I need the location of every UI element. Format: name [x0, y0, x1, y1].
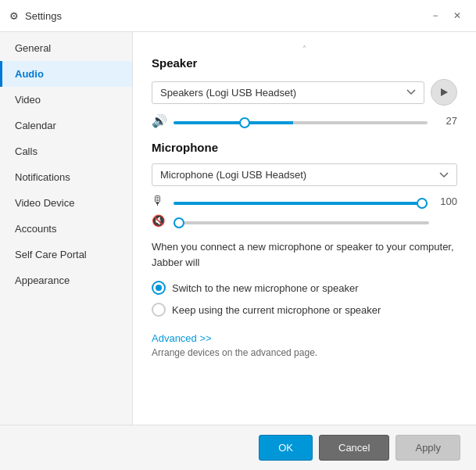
speaker-dropdown-row: Speakers (Logi USB Headset) Default Spea…	[152, 79, 457, 106]
content-area: ˄ Speaker Speakers (Logi USB Headset) De…	[133, 32, 476, 425]
mic-slider-container	[174, 196, 428, 207]
noise-row: 🔇	[152, 214, 457, 227]
radio-keep-circle[interactable]	[152, 303, 166, 317]
sidebar: General Audio Video Calendar Calls Notif…	[0, 32, 133, 425]
sidebar-item-self-care-portal[interactable]: Self Care Portal	[0, 242, 132, 267]
footer: OK Cancel Apply	[0, 425, 476, 470]
cancel-button[interactable]: Cancel	[319, 435, 389, 461]
sidebar-item-calls[interactable]: Calls	[0, 138, 132, 164]
advanced-description: Arrange devices on the advanced page.	[152, 347, 457, 358]
title-bar: ⚙ Settings − ✕	[0, 0, 476, 32]
app-icon: ⚙	[9, 10, 19, 22]
radio-row-keep[interactable]: Keep using the current microphone or spe…	[152, 303, 457, 317]
radio-switch-dot	[156, 285, 162, 291]
microphone-section-title: Microphone	[152, 141, 457, 154]
sidebar-item-audio[interactable]: Audio	[0, 61, 132, 87]
apply-button[interactable]: Apply	[395, 435, 460, 461]
mic-volume-value: 100	[434, 196, 457, 207]
main-container: General Audio Video Calendar Calls Notif…	[0, 32, 476, 425]
noise-slider-container	[174, 215, 457, 227]
sidebar-item-calendar[interactable]: Calendar	[0, 113, 132, 138]
speaker-volume-row: 🔊 27	[152, 113, 457, 128]
speaker-volume-icon: 🔊	[152, 113, 167, 128]
svg-marker-0	[441, 88, 448, 96]
radio-row-switch[interactable]: Switch to the new microphone or speaker	[152, 281, 457, 295]
sidebar-item-general[interactable]: General	[0, 35, 132, 61]
speaker-dropdown[interactable]: Speakers (Logi USB Headset) Default Spea…	[152, 81, 424, 104]
close-button[interactable]: ✕	[448, 6, 467, 25]
speaker-volume-slider[interactable]	[174, 121, 428, 124]
mic-volume-row: 🎙 100	[152, 194, 457, 208]
microphone-dropdown-row: Microphone (Logi USB Headset) Default Mi…	[152, 163, 457, 186]
noise-slider[interactable]	[174, 221, 429, 224]
speaker-play-button[interactable]	[431, 79, 457, 106]
noise-icon: 🔇	[152, 214, 167, 227]
ok-button[interactable]: OK	[259, 435, 313, 461]
minimize-button[interactable]: −	[426, 6, 445, 25]
mic-volume-icon: 🎙	[152, 194, 167, 208]
speaker-slider-container	[174, 115, 428, 127]
sidebar-item-video-device[interactable]: Video Device	[0, 190, 132, 216]
sidebar-item-appearance[interactable]: Appearance	[0, 267, 132, 293]
title-bar-left: ⚙ Settings	[9, 10, 62, 22]
speaker-section-title: Speaker	[152, 56, 457, 70]
info-text: When you connect a new microphone or spe…	[152, 239, 457, 270]
app-title: Settings	[25, 10, 62, 22]
radio-switch-circle[interactable]	[152, 281, 166, 295]
scroll-up-indicator: ˄	[152, 45, 457, 53]
radio-switch-label: Switch to the new microphone or speaker	[172, 282, 358, 294]
radio-group: Switch to the new microphone or speaker …	[152, 281, 457, 317]
title-bar-controls: − ✕	[426, 6, 467, 25]
speaker-volume-value: 27	[434, 115, 457, 127]
mic-volume-slider[interactable]	[174, 202, 428, 205]
sidebar-item-accounts[interactable]: Accounts	[0, 216, 132, 242]
sidebar-item-video[interactable]: Video	[0, 87, 132, 113]
radio-keep-label: Keep using the current microphone or spe…	[172, 304, 381, 316]
advanced-link[interactable]: Advanced >>	[152, 332, 212, 344]
play-icon	[438, 87, 449, 98]
sidebar-item-notifications[interactable]: Notifications	[0, 164, 132, 190]
microphone-dropdown[interactable]: Microphone (Logi USB Headset) Default Mi…	[152, 163, 457, 186]
